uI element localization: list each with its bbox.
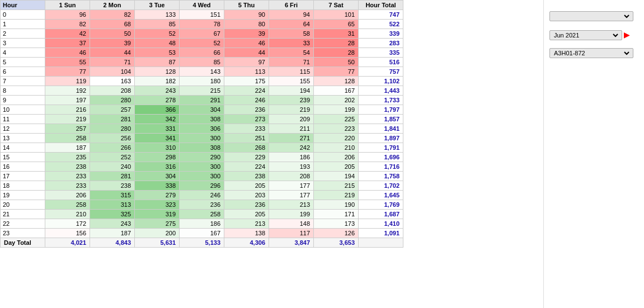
table-row: 112192813423082732092251,857 xyxy=(1,115,403,124)
hour-total-cell: 339 xyxy=(359,29,403,39)
col-header-3-tue: 3 Tue xyxy=(135,1,180,10)
table-row: 102162573663042362191991,797 xyxy=(1,105,403,115)
data-cell: 319 xyxy=(135,210,180,219)
data-cell: 46 xyxy=(224,39,269,48)
day-total-row: Day Total4,0214,8435,6315,1334,3063,8473… xyxy=(1,238,403,248)
day-total-value: 5,631 xyxy=(135,238,180,248)
hour-cell-20: 20 xyxy=(1,200,45,210)
month-select[interactable]: Jun 2021 xyxy=(552,31,620,39)
hour-cell-6: 6 xyxy=(1,67,45,77)
data-cell: 251 xyxy=(224,134,269,143)
data-cell: 224 xyxy=(224,86,269,96)
data-cell: 50 xyxy=(90,29,135,39)
data-cell: 82 xyxy=(90,10,135,20)
hour-cell-7: 7 xyxy=(1,77,45,86)
table-row: 242505267395831339 xyxy=(1,29,403,39)
sku-select-container[interactable]: A3H01-872 xyxy=(549,48,633,58)
data-cell: 308 xyxy=(180,143,224,153)
data-cell: 366 xyxy=(135,105,180,115)
data-cell: 281 xyxy=(90,172,135,181)
data-cell: 235 xyxy=(45,153,90,162)
hour-total-cell: 516 xyxy=(359,58,403,67)
table-header-row: Hour1 Sun2 Mon3 Tue4 Wed5 Thu6 Fri7 SatH… xyxy=(1,1,403,10)
hour-total-cell: 1,797 xyxy=(359,105,403,115)
data-cell: 194 xyxy=(269,86,314,96)
heatmap-table: Hour1 Sun2 Mon3 Tue4 Wed5 Thu6 Fri7 SatH… xyxy=(0,0,403,248)
data-cell: 190 xyxy=(314,200,359,210)
day-total-value: 5,133 xyxy=(180,238,224,248)
data-cell: 341 xyxy=(135,134,180,143)
data-cell: 209 xyxy=(269,115,314,124)
table-row: 446445366445428335 xyxy=(1,48,403,58)
sidebar: Jun 2021 ▶ A3H01-872 xyxy=(543,0,644,308)
data-cell: 310 xyxy=(135,143,180,153)
data-cell: 71 xyxy=(90,58,135,67)
data-cell: 280 xyxy=(90,124,135,134)
data-cell: 306 xyxy=(180,124,224,134)
data-cell: 180 xyxy=(180,77,224,86)
data-cell: 242 xyxy=(269,143,314,153)
hour-cell-19: 19 xyxy=(1,191,45,200)
month-select-container[interactable]: Jun 2021 xyxy=(549,30,622,40)
hour-total-cell: 1,857 xyxy=(359,115,403,124)
table-row: 81922082432152241941671,443 xyxy=(1,86,403,96)
data-cell: 53 xyxy=(135,48,180,58)
data-cell: 300 xyxy=(180,162,224,172)
data-cell: 243 xyxy=(135,86,180,96)
data-cell: 167 xyxy=(180,229,224,238)
data-cell: 66 xyxy=(180,48,224,58)
data-cell: 80 xyxy=(224,20,269,29)
data-cell: 215 xyxy=(314,181,359,191)
hour-total-cell: 747 xyxy=(359,10,403,20)
data-cell: 236 xyxy=(224,105,269,115)
data-cell: 304 xyxy=(135,172,180,181)
data-cell: 213 xyxy=(269,200,314,210)
data-cell: 117 xyxy=(269,229,314,238)
data-cell: 171 xyxy=(314,210,359,219)
table-row: 182332383382962051772151,702 xyxy=(1,181,403,191)
target-timezone-select-container[interactable] xyxy=(549,11,633,21)
data-cell: 257 xyxy=(45,124,90,134)
data-cell: 338 xyxy=(135,181,180,191)
data-cell: 313 xyxy=(90,200,135,210)
hour-cell-13: 13 xyxy=(1,134,45,143)
data-cell: 258 xyxy=(45,134,90,143)
hour-cell-0: 0 xyxy=(1,10,45,20)
data-cell: 268 xyxy=(224,143,269,153)
data-cell: 210 xyxy=(45,210,90,219)
data-cell: 133 xyxy=(135,10,180,20)
hour-total-cell: 1,091 xyxy=(359,229,403,238)
table-row: 555718785977150516 xyxy=(1,58,403,67)
data-cell: 202 xyxy=(314,96,359,105)
data-cell: 211 xyxy=(269,124,314,134)
hour-total-cell: 335 xyxy=(359,48,403,58)
data-cell: 128 xyxy=(135,67,180,77)
data-cell: 290 xyxy=(180,153,224,162)
target-timezone-select[interactable] xyxy=(552,12,631,20)
data-cell: 128 xyxy=(314,77,359,86)
hour-cell-16: 16 xyxy=(1,162,45,172)
day-total-value: 4,021 xyxy=(45,238,90,248)
data-cell: 219 xyxy=(269,105,314,115)
hour-cell-14: 14 xyxy=(1,143,45,153)
hour-cell-5: 5 xyxy=(1,58,45,67)
data-cell: 280 xyxy=(90,96,135,105)
data-cell: 42 xyxy=(45,29,90,39)
data-cell: 113 xyxy=(224,67,269,77)
data-cell: 199 xyxy=(269,210,314,219)
data-cell: 257 xyxy=(90,105,135,115)
table-row: 162382403163002241932051,716 xyxy=(1,162,403,172)
month-row: Jun 2021 ▶ xyxy=(549,29,638,40)
data-cell: 96 xyxy=(45,10,90,20)
sku-select[interactable]: A3H01-872 xyxy=(552,49,631,57)
table-row: 212103253192582051991711,687 xyxy=(1,210,403,219)
table-row: 141872663103082682422101,791 xyxy=(1,143,403,153)
data-cell: 342 xyxy=(135,115,180,124)
data-cell: 126 xyxy=(314,229,359,238)
data-cell: 246 xyxy=(224,96,269,105)
data-cell: 115 xyxy=(269,67,314,77)
hour-cell-23: 23 xyxy=(1,229,45,238)
data-cell: 316 xyxy=(135,162,180,172)
data-cell: 229 xyxy=(224,153,269,162)
table-row: 192063152792462031772191,645 xyxy=(1,191,403,200)
